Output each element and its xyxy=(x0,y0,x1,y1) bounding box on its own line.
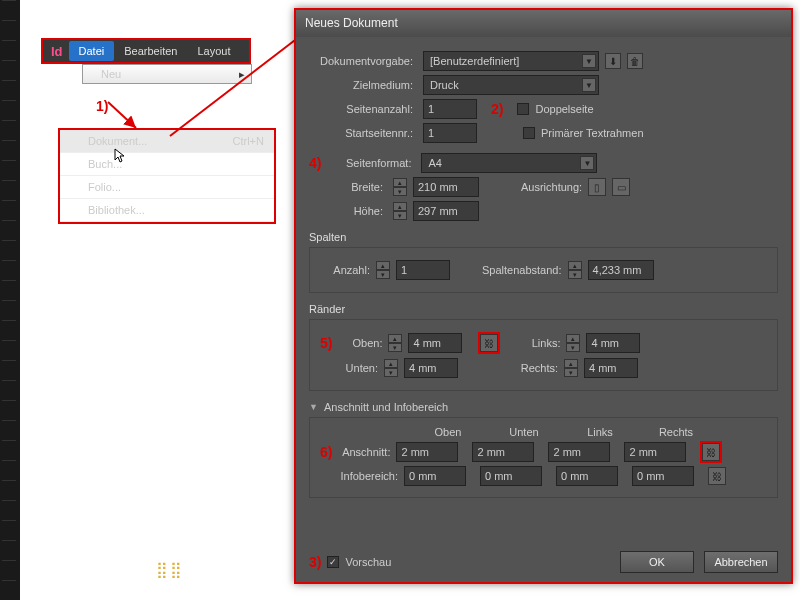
bleed-label: Anschnitt: xyxy=(334,446,396,458)
orient-label: Ausrichtung: xyxy=(521,181,582,193)
preset-select[interactable]: [Benutzerdefiniert]▼ xyxy=(423,51,599,71)
width-label: Breite: xyxy=(309,181,387,193)
height-spinner[interactable]: ▴▾ xyxy=(393,202,407,220)
delete-preset-icon[interactable]: 🗑 xyxy=(627,53,643,69)
bleed-right-input[interactable]: 2 mm xyxy=(624,442,686,462)
dialog-title: Neues Dokument xyxy=(295,9,792,37)
m-right-spinner[interactable]: ▴▾ xyxy=(564,359,578,377)
slug-label: Infobereich: xyxy=(320,470,404,482)
cursor-icon xyxy=(114,148,128,164)
m-left-input[interactable]: 4 mm xyxy=(586,333,640,353)
gutter-label: Spaltenabstand: xyxy=(482,264,562,276)
bleed-bot-input[interactable]: 2 mm xyxy=(472,442,534,462)
flyout-neu[interactable]: Neu ▸ xyxy=(82,64,252,84)
bleed-top-input[interactable]: 2 mm xyxy=(396,442,458,462)
height-label: Höhe: xyxy=(309,205,387,217)
submenu-neu: Dokument... Ctrl+N Buch... Folio... Bibl… xyxy=(58,128,276,224)
annotation-1: 1) xyxy=(96,98,108,114)
chevron-down-icon: ▼ xyxy=(582,78,596,92)
app-logo: Id xyxy=(51,44,63,59)
menu-bearbeiten[interactable]: Bearbeiten xyxy=(114,41,187,61)
pages-input[interactable]: 1 xyxy=(423,99,477,119)
annotation-4: 4) xyxy=(309,155,321,171)
menuitem-folio[interactable]: Folio... xyxy=(60,176,274,199)
facing-label: Doppelseite xyxy=(535,103,593,115)
height-input[interactable]: 297 mm xyxy=(413,201,479,221)
primary-checkbox[interactable] xyxy=(523,127,535,139)
annotation-3: 3) xyxy=(309,554,321,570)
flyout-label: Neu xyxy=(101,68,121,80)
m-bot-label: Unten: xyxy=(320,362,378,374)
save-preset-icon[interactable]: ⬇ xyxy=(605,53,621,69)
annotation-2: 2) xyxy=(491,101,503,117)
menu-layout[interactable]: Layout xyxy=(187,41,240,61)
col-count-label: Anzahl: xyxy=(320,264,370,276)
triangle-down-icon: ▼ xyxy=(309,402,318,412)
portrait-icon[interactable]: ▯ xyxy=(588,178,606,196)
menu-datei[interactable]: Datei xyxy=(69,41,115,61)
annotation-6: 6) xyxy=(320,444,332,460)
annotation-5: 5) xyxy=(320,335,332,351)
landscape-icon[interactable]: ▭ xyxy=(612,178,630,196)
facing-checkbox[interactable] xyxy=(517,103,529,115)
pages-label: Seitenanzahl: xyxy=(309,103,417,115)
preview-checkbox[interactable]: ✓ xyxy=(327,556,339,568)
start-input[interactable]: 1 xyxy=(423,123,477,143)
app-menubar: Id Datei Bearbeiten Layout xyxy=(41,38,251,64)
slug-right-input[interactable]: 0 mm xyxy=(632,466,694,486)
chevron-down-icon: ▼ xyxy=(582,54,596,68)
chevron-right-icon: ▸ xyxy=(239,68,245,81)
ruler xyxy=(2,0,16,600)
size-select[interactable]: A4▼ xyxy=(421,153,597,173)
preset-label: Dokumentvorgabe: xyxy=(309,55,417,67)
margins-title: Ränder xyxy=(309,303,778,315)
link-slug-icon[interactable]: ⛓ xyxy=(708,467,726,485)
m-top-label: Oben: xyxy=(342,337,382,349)
m-right-label: Rechts: xyxy=(514,362,558,374)
link-margins-icon[interactable]: ⛓ xyxy=(480,334,498,352)
col-count-input[interactable]: 1 xyxy=(396,260,450,280)
m-top-spinner[interactable]: ▴▾ xyxy=(388,334,402,352)
menuitem-dokument[interactable]: Dokument... Ctrl+N xyxy=(60,130,274,153)
link-bleed-icon[interactable]: ⛓ xyxy=(702,443,720,461)
width-spinner[interactable]: ▴▾ xyxy=(393,178,407,196)
chevron-down-icon: ▼ xyxy=(580,156,594,170)
width-input[interactable]: 210 mm xyxy=(413,177,479,197)
intent-label: Zielmedium: xyxy=(309,79,417,91)
ok-button[interactable]: OK xyxy=(620,551,694,573)
m-bot-spinner[interactable]: ▴▾ xyxy=(384,359,398,377)
bleed-left-input[interactable]: 2 mm xyxy=(548,442,610,462)
col-count-spinner[interactable]: ▴▾ xyxy=(376,261,390,279)
slug-top-input[interactable]: 0 mm xyxy=(404,466,466,486)
slug-left-input[interactable]: 0 mm xyxy=(556,466,618,486)
new-document-dialog: Neues Dokument Dokumentvorgabe: [Benutze… xyxy=(294,8,793,584)
svg-line-0 xyxy=(108,102,136,128)
cancel-button[interactable]: Abbrechen xyxy=(704,551,778,573)
watermark: ⣿⣿ xyxy=(156,560,184,579)
m-right-input[interactable]: 4 mm xyxy=(584,358,638,378)
size-label: Seitenformat: xyxy=(329,157,415,169)
gutter-input[interactable]: 4,233 mm xyxy=(588,260,654,280)
slug-bot-input[interactable]: 0 mm xyxy=(480,466,542,486)
gutter-spinner[interactable]: ▴▾ xyxy=(568,261,582,279)
m-top-input[interactable]: 4 mm xyxy=(408,333,462,353)
m-left-spinner[interactable]: ▴▾ xyxy=(566,334,580,352)
preview-label: Vorschau xyxy=(345,556,391,568)
columns-title: Spalten xyxy=(309,231,778,243)
start-label: Startseitennr.: xyxy=(309,127,417,139)
bleed-title[interactable]: ▼Anschnitt und Infobereich xyxy=(309,401,778,413)
m-bot-input[interactable]: 4 mm xyxy=(404,358,458,378)
intent-select[interactable]: Druck▼ xyxy=(423,75,599,95)
primary-label: Primärer Textrahmen xyxy=(541,127,644,139)
m-left-label: Links: xyxy=(516,337,560,349)
bleed-headers: ObenUntenLinksRechts xyxy=(410,426,767,438)
menuitem-buch[interactable]: Buch... xyxy=(60,153,274,176)
menuitem-bibliothek[interactable]: Bibliothek... xyxy=(60,199,274,222)
